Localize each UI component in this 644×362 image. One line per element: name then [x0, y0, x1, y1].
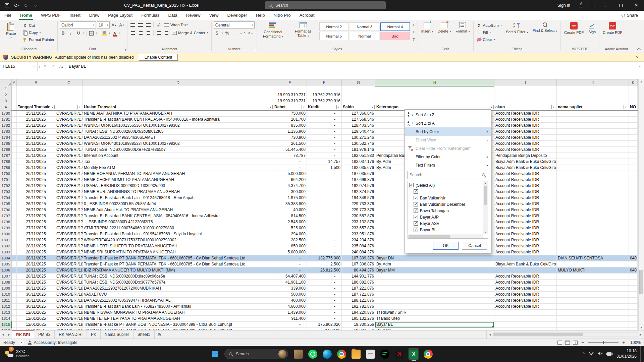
row-header-1790[interactable]: 1790 — [0, 171, 12, 177]
cell-G1792[interactable]: 192.074.576 — [342, 183, 375, 189]
cell-E1802[interactable]: 850.000 — [273, 243, 307, 249]
cell-B1808[interactable]: 28/11/2025 — [17, 280, 55, 286]
cell-G1807[interactable]: 144.901.776 — [342, 274, 375, 280]
cell-J1790[interactable] — [557, 171, 629, 177]
cell-E1807[interactable]: 64.407.400 — [273, 274, 307, 280]
cell-B1795[interactable]: 26/11/2025 — [17, 201, 55, 207]
cell-K1813[interactable] — [629, 310, 638, 316]
cell-E1809[interactable]: 339.000 — [273, 286, 307, 292]
filter-button-B[interactable]: ▾ — [50, 105, 55, 109]
cell-F1794[interactable]: - — [307, 195, 342, 201]
cell-C1813[interactable]: CVPAS/BRI/1808 — [55, 310, 83, 316]
show-desktop-strip[interactable] — [640, 346, 642, 362]
enable-content-button[interactable]: Enable Content — [139, 54, 178, 61]
cell-K1801[interactable] — [629, 237, 638, 243]
cell-style-normal-5[interactable]: Normal 5 — [319, 32, 349, 40]
clear-button[interactable]: Clear▾ — [476, 36, 503, 43]
cell-B1813[interactable]: 12/01/2025 — [17, 310, 55, 316]
cell-J1809[interactable] — [557, 286, 629, 292]
cell-E1784[interactable]: 730.800 — [273, 135, 307, 141]
cell-I1801[interactable]: Account Receivable IDR — [494, 237, 557, 243]
cell-G4[interactable]: Saldo▾ — [342, 104, 375, 111]
cell-K1797[interactable] — [629, 213, 638, 219]
alignment-dialog-launcher-icon[interactable] — [207, 49, 210, 51]
cell-B1794[interactable]: 26/11/2025 — [17, 195, 55, 201]
cell-I1806[interactable] — [494, 267, 557, 274]
scroll-down-icon[interactable]: ▼ — [639, 326, 644, 329]
formula-bar-expand-icon[interactable] — [635, 62, 644, 71]
cell-B1788[interactable]: 25/11/2025 — [17, 159, 55, 165]
cell-I1792[interactable]: Account Receivable IDR — [494, 183, 557, 189]
cell-E1789[interactable]: - — [273, 165, 307, 171]
row-header-1811[interactable]: 1811 — [0, 298, 12, 304]
acrobat-create-pdf-button[interactable]: PDFCreate PDF — [601, 21, 624, 35]
cell-C1807[interactable]: CVPAS/BRI/1802 — [55, 274, 83, 280]
cell-K1803[interactable] — [629, 249, 638, 255]
security-bar-close-icon[interactable]: × — [634, 55, 641, 60]
cell-C1791[interactable]: CVPAS/BRI/1786 — [55, 177, 83, 183]
cell-F1797[interactable]: - — [307, 213, 342, 219]
cell-J1808[interactable] — [557, 280, 629, 286]
cell-F3[interactable]: 19.762.270.916 — [307, 98, 342, 104]
cell-J1810[interactable] — [557, 292, 629, 298]
row-header-2[interactable]: 2 — [0, 92, 12, 98]
cell-C1783[interactable]: CVPAS/BRI/1778 — [55, 129, 83, 135]
row-header-3[interactable]: 3 — [0, 98, 12, 104]
cell-K1808[interactable] — [629, 280, 638, 286]
cell-J1805[interactable] — [557, 261, 629, 267]
cell-G1798[interactable]: 233.132.876 — [342, 219, 375, 225]
maximize-button[interactable] — [613, 0, 629, 11]
cell-F1813[interactable]: - — [307, 310, 342, 316]
cell-B1790[interactable]: 26/11/2025 — [17, 171, 55, 177]
cell-D1796[interactable]: NBMB Adit Abdul Hak TO PRATAMA ANUGERAH — [83, 207, 273, 213]
cell-D1807[interactable]: TUNAI ; ESB:INDS:0002800D:8ac89c96ce5e — [83, 274, 273, 280]
insert-function-icon[interactable]: ƒx — [57, 62, 65, 71]
format-cells-button[interactable]: Format ▾ — [454, 21, 471, 34]
cell-A1812[interactable] — [12, 304, 17, 310]
cell-B1780[interactable]: 25/11/2025 — [17, 110, 55, 117]
cell-C1786[interactable]: CVPAS/BRI/1781 — [55, 147, 83, 153]
cell-J1798[interactable] — [557, 219, 629, 225]
cell-H1805[interactable]: By. Adm — [375, 261, 494, 267]
cell-I1782[interactable]: Account Receivable IDR — [494, 123, 557, 129]
cell-F1783[interactable]: - — [307, 129, 342, 135]
name-box[interactable]: H1815▾ — [0, 62, 38, 71]
cell-D1800[interactable]: Transfer BI-Fast dari Bank Lain - 901954… — [83, 231, 273, 237]
cell-B1[interactable] — [17, 86, 55, 92]
cell-B1812[interactable]: 30/11/2025 — [17, 304, 55, 310]
cell-D1815[interactable]: Transfer BI-Fast ke PT BANK UOB INDONESI… — [83, 322, 273, 328]
clipboard-dialog-launcher-icon[interactable] — [53, 49, 56, 51]
ribbon-tab-insert[interactable]: Insert — [65, 11, 85, 20]
cell-C1799[interactable]: CVPAS/BRI/1794 — [55, 225, 83, 231]
cell-A1808[interactable] — [12, 280, 17, 286]
scroll-left-icon[interactable]: ◀ — [487, 333, 493, 336]
filter-button-G[interactable]: ▾ — [370, 105, 375, 109]
cell-C1801[interactable]: CVPAS/BRI/1796 — [55, 237, 83, 243]
filter-button-H[interactable]: ▾ — [489, 105, 494, 109]
excel-taskbar-icon[interactable]: X — [408, 348, 419, 360]
cell-J1784[interactable] — [557, 135, 629, 141]
cell-I1794[interactable]: Account Receivable IDR — [494, 195, 557, 201]
cell-E1806[interactable]: - — [273, 267, 307, 274]
ribbon-tab-developer[interactable]: Developer — [223, 11, 251, 20]
cell-C1811[interactable]: CVPAS/BRI/1806 — [55, 298, 83, 304]
row-header-1793[interactable]: 1793 — [0, 189, 12, 195]
cell-K4[interactable]: NO — [629, 104, 638, 111]
row-header-1809[interactable]: 1809 — [0, 286, 12, 292]
cell-D1784[interactable]: DANA20251125027496354630SLAMET — [83, 135, 273, 141]
cell-H1814[interactable]: Tf Baso Utep — [375, 316, 494, 322]
file-explorer-taskbar-icon[interactable] — [350, 348, 362, 360]
cell-D1812[interactable]: Transfer BI-Fast dari Bank Lain - 763827… — [83, 304, 273, 310]
number-dialog-launcher-icon[interactable] — [253, 49, 255, 51]
cell-K1799[interactable] — [629, 225, 638, 231]
cell-D1808[interactable]: TUNAI ; ESB:INDS:0002800D:c30777d5767e — [83, 280, 273, 286]
collapse-ribbon-icon[interactable] — [637, 48, 641, 52]
cell-I1788[interactable]: Biaya Adm Bank & Buku Cek/Giro — [494, 159, 557, 165]
cell-J1815[interactable] — [557, 322, 629, 328]
row-header-1789[interactable]: 1789 — [0, 165, 12, 171]
new-sheet-icon[interactable]: ⊕ — [155, 330, 164, 339]
cell-J1800[interactable] — [557, 231, 629, 237]
cell-E1786[interactable]: 51.445.400 — [273, 147, 307, 153]
ribbon-tab-wps-pdf[interactable]: WPS PDF — [37, 11, 65, 20]
filter-menu-sheet-view[interactable]: Sheet View▸ — [405, 136, 491, 144]
